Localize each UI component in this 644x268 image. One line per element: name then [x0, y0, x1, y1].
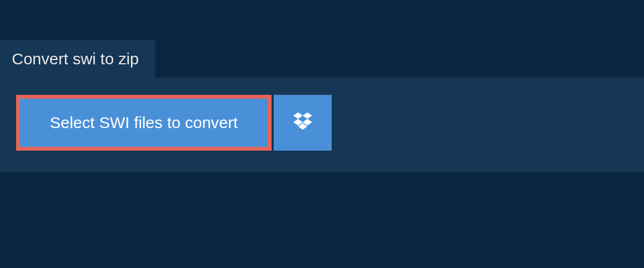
convert-panel: Select SWI files to convert	[0, 78, 644, 172]
button-row: Select SWI files to convert	[16, 95, 628, 151]
tab-bar: Convert swi to zip	[0, 40, 644, 78]
select-files-label: Select SWI files to convert	[50, 114, 238, 132]
dropbox-icon	[291, 110, 314, 135]
dropbox-button[interactable]	[274, 95, 332, 151]
tab-convert-swi-zip[interactable]: Convert swi to zip	[0, 40, 155, 78]
select-files-button[interactable]: Select SWI files to convert	[16, 95, 272, 151]
tab-label: Convert swi to zip	[12, 50, 139, 68]
